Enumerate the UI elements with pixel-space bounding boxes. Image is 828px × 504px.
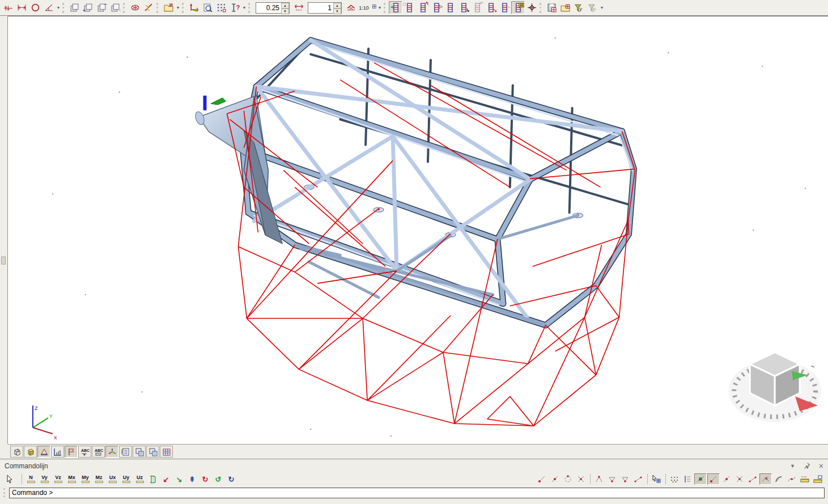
load-panel-plain-icon[interactable]	[443, 1, 457, 14]
multicopy-entity-icon[interactable]: ⌐	[95, 1, 108, 14]
result-Mz-button[interactable]: Mz	[92, 473, 105, 485]
result-Uz-button[interactable]: Uz	[133, 473, 146, 485]
label-print-icon[interactable]	[92, 446, 105, 458]
panel-dropdown-icon[interactable]: ▼	[790, 463, 795, 469]
command-input[interactable]	[9, 488, 825, 498]
load-panel-left-icon[interactable]: ◄	[389, 1, 402, 14]
arrow-red-icon[interactable]: ↙	[160, 473, 172, 485]
unit-spinner-input[interactable]	[308, 3, 333, 13]
snap-line-ticks-icon[interactable]	[681, 473, 694, 485]
load-panel-hook-icon[interactable]: ↰	[416, 1, 430, 14]
load-panel-info-icon[interactable]: ▤	[511, 1, 525, 14]
model-viewport[interactable]: Z Y X	[8, 16, 828, 444]
window-b-icon[interactable]	[146, 446, 159, 458]
crosshair-icon[interactable]	[525, 1, 538, 14]
open-results-icon[interactable]	[558, 1, 572, 14]
arrow-green-icon[interactable]: ↘	[173, 473, 185, 485]
compress-display-icon[interactable]	[344, 1, 358, 14]
unit-spinner-up[interactable]: ▲	[333, 3, 341, 8]
load-panel-play-icon[interactable]: ▷	[430, 1, 443, 14]
load-panel-delete-icon[interactable]: ↘	[484, 1, 498, 14]
zoom-page-icon[interactable]	[201, 1, 214, 14]
rotate-green-icon[interactable]: ↺	[212, 473, 224, 485]
arrow-up-blue-icon[interactable]: ⇞	[186, 473, 198, 485]
ruler-icon[interactable]	[799, 473, 811, 485]
export-dropdown-caret[interactable]: ▾	[175, 5, 181, 10]
rotate-red-icon[interactable]: ↻	[199, 473, 211, 485]
render-mode-icon[interactable]	[37, 446, 50, 458]
snap-circle-icon[interactable]	[562, 473, 574, 485]
copy-entity-icon[interactable]: +	[81, 1, 95, 14]
snap-arc-plain-icon[interactable]	[772, 473, 785, 485]
wireframe-cube-icon[interactable]	[10, 446, 23, 458]
load-panel-move-icon[interactable]: →	[498, 1, 511, 14]
list-view-icon[interactable]	[119, 446, 132, 458]
snap-node-green-icon[interactable]	[694, 473, 707, 485]
measure-query-icon[interactable]	[228, 1, 241, 14]
export-folder-icon[interactable]	[162, 1, 175, 14]
snap-tangent-icon[interactable]	[606, 473, 618, 485]
scale-spinner-up[interactable]: ▲	[281, 3, 289, 8]
scale-spinner-down[interactable]: ▼	[281, 8, 289, 14]
filter-dropdown-caret[interactable]: ▾	[599, 5, 605, 10]
measure-dropdown-caret[interactable]: ▾	[241, 5, 247, 10]
trim-cut-icon[interactable]	[142, 1, 155, 14]
result-Vy-button[interactable]: Vy	[38, 473, 51, 485]
snap-endpoint2-icon[interactable]	[707, 473, 720, 485]
snap-segment-icon[interactable]	[632, 473, 644, 485]
load-panel-corner-icon[interactable]: ↳	[457, 1, 470, 14]
snap-intersection-icon[interactable]	[575, 473, 587, 485]
rotate-blue-icon[interactable]: ↻	[225, 473, 237, 485]
results-chart-icon[interactable]	[51, 446, 64, 458]
snap-midpoint-icon[interactable]	[549, 473, 561, 485]
window-a-icon[interactable]	[133, 446, 146, 458]
scale-dropdown-caret[interactable]: ▾	[377, 5, 383, 10]
filter-icon[interactable]	[572, 1, 585, 14]
snap-dot-grid-icon[interactable]	[668, 473, 681, 485]
open-view-door-icon[interactable]	[147, 473, 159, 485]
load-panel-undo-icon[interactable]: ↶	[470, 1, 484, 14]
result-Vz-button[interactable]: Vz	[52, 473, 65, 485]
result-N-button[interactable]: N	[24, 473, 37, 485]
result-My-button[interactable]: My	[79, 473, 92, 485]
result-Ux-button[interactable]: Ux	[106, 473, 119, 485]
unit-spinner-down[interactable]: ▼	[333, 8, 341, 14]
navigation-cube[interactable]	[728, 352, 821, 422]
local-axes-icon[interactable]	[105, 446, 118, 458]
flag-labels-icon[interactable]	[65, 446, 78, 458]
resize-arrows-icon[interactable]	[292, 1, 305, 14]
circle-tool-icon[interactable]	[28, 1, 42, 14]
filter-disabled-icon[interactable]	[585, 1, 599, 14]
result-Mx-button[interactable]: Mx	[65, 473, 78, 485]
scale-ratio-icon[interactable]: 1:10	[358, 1, 377, 14]
mesh-icon[interactable]	[128, 1, 142, 14]
dimension-linear-icon[interactable]	[15, 1, 28, 14]
snap-triangle-icon[interactable]	[619, 473, 631, 485]
label-node-icon[interactable]	[78, 446, 91, 458]
snap-multi-point-icon[interactable]	[746, 473, 759, 485]
move-entity-icon[interactable]	[67, 1, 81, 14]
snap-cross-point-icon[interactable]	[733, 473, 746, 485]
grid-window-icon[interactable]	[160, 446, 173, 458]
save-results-icon[interactable]	[545, 1, 558, 14]
snap-arc-icon[interactable]	[759, 473, 772, 485]
ruler-box-icon[interactable]	[812, 473, 824, 485]
snap-curve-icon[interactable]	[785, 473, 798, 485]
snap-perpendicular-icon[interactable]	[720, 473, 733, 485]
paste-entity-icon[interactable]: ▫	[108, 1, 122, 14]
grid-points-icon[interactable]	[214, 1, 228, 14]
panel-pin-icon[interactable]	[803, 462, 811, 470]
angle-dimension-icon[interactable]	[42, 1, 56, 14]
dimension-extend-icon[interactable]	[1, 1, 15, 14]
dock-strip-handle[interactable]	[1, 257, 6, 264]
solid-cube-icon[interactable]	[24, 446, 37, 458]
cursor-grid-snap-icon[interactable]	[650, 473, 663, 485]
scale-spinner-input[interactable]	[256, 3, 281, 13]
snap-endpoint-icon[interactable]	[536, 473, 548, 485]
panel-close-icon[interactable]: ×	[819, 462, 823, 471]
select-cursor-icon[interactable]	[3, 473, 16, 485]
result-Uy-button[interactable]: Uy	[120, 473, 133, 485]
ucs-3d-icon[interactable]	[187, 1, 201, 14]
load-panel-frame-icon[interactable]: □	[402, 1, 416, 14]
dimension-dropdown-caret[interactable]: ▾	[56, 5, 61, 10]
